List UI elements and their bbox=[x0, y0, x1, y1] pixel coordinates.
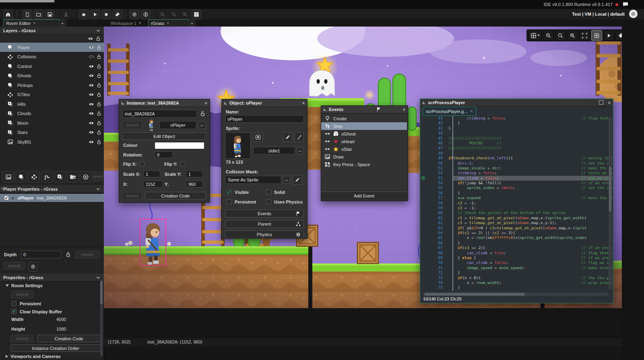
colour-swatch[interactable] bbox=[155, 142, 204, 149]
open-project-button[interactable] bbox=[34, 10, 43, 19]
layer-row-moon[interactable]: Moon bbox=[0, 118, 104, 128]
add-tab-button[interactable] bbox=[59, 20, 66, 27]
layers-panel-header[interactable]: Layers - rGrass bbox=[0, 27, 104, 35]
object-picker-button[interactable]: -- bbox=[198, 121, 206, 129]
canvas-zoom-in-button[interactable] bbox=[567, 30, 578, 41]
layer-row-gtiles[interactable]: GTiles bbox=[0, 90, 104, 99]
collision-mask-more-button[interactable]: -- bbox=[283, 176, 290, 184]
width-value[interactable]: 4000 bbox=[56, 317, 66, 322]
event-row-key-press-space[interactable]: Key Press - Space bbox=[321, 160, 407, 168]
code-line-66[interactable]: 66 } bbox=[420, 241, 612, 245]
canvas-tag-button[interactable] bbox=[615, 30, 622, 41]
layer-row-pickups[interactable]: Pickups bbox=[0, 80, 104, 90]
close-icon[interactable] bbox=[403, 107, 405, 112]
instance-window-titlebar[interactable]: Instance: inst_38A2682A bbox=[119, 99, 210, 107]
code-line-50[interactable]: 50 dir=-1;// set the corre bbox=[420, 161, 612, 166]
y-input[interactable]: 960 bbox=[186, 181, 203, 187]
save-project-button[interactable] bbox=[45, 10, 55, 19]
layer-visibility-icon[interactable] bbox=[89, 64, 94, 69]
room-inherit-button[interactable]: Inherit bbox=[10, 290, 34, 298]
flip-x-checkbox[interactable] bbox=[139, 161, 144, 167]
code-line-43[interactable]: 43} bbox=[420, 126, 612, 131]
add-effect-layer-button[interactable] bbox=[67, 171, 78, 183]
add-asset-layer-button[interactable] bbox=[54, 171, 66, 183]
room-settings-section[interactable]: Room Settings bbox=[6, 283, 43, 288]
export-button[interactable] bbox=[61, 10, 71, 19]
instance-creation-code-button[interactable]: Creation Code bbox=[145, 192, 206, 200]
clear-display-buffer-checkbox[interactable] bbox=[11, 309, 17, 314]
layer-visibility-icon[interactable] bbox=[89, 130, 94, 135]
layer-row-stars[interactable]: Stars bbox=[0, 128, 104, 137]
size-inherit-button[interactable]: Inherit bbox=[10, 335, 34, 342]
code-line-67[interactable]: 67 if(c3 == 2){// if we are int bbox=[420, 245, 612, 250]
layer-visibility-icon[interactable] bbox=[89, 82, 94, 88]
solid-checkbox[interactable] bbox=[266, 189, 271, 195]
physics-button[interactable]: Physics bbox=[225, 230, 304, 239]
code-line-65[interactable]: 65 x = real(x&$ffffffc0)+(sprite_get_wid… bbox=[420, 235, 612, 240]
code-line-72[interactable]: 72 } bbox=[420, 270, 612, 275]
events-button[interactable]: Events bbox=[225, 210, 304, 218]
close-icon[interactable] bbox=[470, 109, 473, 113]
add-background-layer-button[interactable] bbox=[2, 171, 14, 183]
code-line-56[interactable]: 56 } bbox=[420, 191, 612, 195]
code-line-75[interactable]: 75 } bbox=[420, 285, 612, 290]
lock-all-icon[interactable] bbox=[95, 36, 101, 41]
sprite-more-button[interactable]: -- bbox=[297, 147, 304, 154]
sprite-thumbnail[interactable] bbox=[225, 132, 251, 159]
run-button[interactable] bbox=[90, 10, 100, 19]
code-line-59[interactable]: 59 c3 = -1; bbox=[420, 206, 612, 210]
viewports-section[interactable]: Viewports and Cameras bbox=[6, 354, 61, 359]
add-event-button[interactable]: Add Event bbox=[322, 191, 407, 200]
code-line-71[interactable]: 71 image_speed = anim_speed;// make sure… bbox=[420, 265, 612, 270]
layer-row-clouds[interactable]: Clouds bbox=[0, 109, 104, 118]
layout-button[interactable] bbox=[192, 10, 201, 19]
info-button[interactable] bbox=[141, 10, 151, 19]
collision-mask-edit-button[interactable] bbox=[293, 175, 302, 185]
debug-button[interactable] bbox=[79, 10, 89, 19]
layer-row-collisions[interactable]: Collisions bbox=[0, 52, 104, 62]
name-lock-icon[interactable] bbox=[200, 111, 206, 117]
depth-inherit-button[interactable]: Inherit bbox=[75, 251, 100, 259]
layer-lock-icon[interactable] bbox=[96, 139, 102, 145]
visibility-all-eye-icon[interactable] bbox=[88, 36, 93, 41]
canvas-fit-button[interactable] bbox=[579, 30, 590, 41]
layer-lock-icon[interactable] bbox=[96, 111, 102, 116]
code-line-47[interactable]: 47/////////////////////// bbox=[420, 146, 612, 150]
code-line-74[interactable]: 74 x = room_width;// wrap around t bbox=[420, 280, 612, 285]
visible-checkbox[interactable] bbox=[227, 189, 232, 195]
code-line-45[interactable]: 45/////////////////////// bbox=[420, 136, 612, 141]
instance-creation-order-button[interactable]: Instance Creation Order bbox=[10, 344, 101, 352]
code-window-titlebar[interactable]: scrProcessPlayer bbox=[420, 99, 613, 107]
layer-lock-icon[interactable] bbox=[96, 120, 102, 126]
close-icon[interactable] bbox=[33, 21, 35, 25]
event-row-ostar[interactable]: oStar bbox=[321, 145, 407, 153]
layer-row-skybg[interactable]: SkyBG bbox=[0, 137, 104, 146]
instance-name-input[interactable]: inst_38A2682A bbox=[122, 110, 197, 118]
instance-checkbox[interactable] bbox=[4, 195, 9, 200]
code-line-49[interactable]: 49if(keyboard_check(vk_left)){// moving … bbox=[420, 156, 612, 160]
inherit-button[interactable]: Inherit bbox=[3, 262, 25, 270]
code-editor[interactable]: 41 climbing = false;// flag that we c42 … bbox=[420, 116, 612, 291]
layer-lock-icon[interactable] bbox=[96, 54, 102, 60]
code-line-46[interactable]: 46// MOVING // bbox=[420, 141, 612, 146]
event-row-step[interactable]: Step bbox=[321, 122, 407, 130]
layer-row-ghosts[interactable]: Ghosts bbox=[0, 71, 104, 80]
layer-visibility-icon[interactable] bbox=[89, 54, 94, 60]
code-horizontal-scrollbar[interactable] bbox=[423, 292, 609, 296]
layer-visibility-icon[interactable] bbox=[89, 120, 94, 126]
layer-row-player[interactable]: Player bbox=[0, 43, 104, 52]
object-window-titlebar[interactable]: Object: oPlayer bbox=[222, 99, 307, 107]
code-line-42[interactable]: 42 } bbox=[420, 121, 612, 125]
clean-button[interactable] bbox=[113, 10, 122, 19]
flip-y-checkbox[interactable] bbox=[180, 161, 186, 167]
event-row-oghost[interactable]: oGhost bbox=[321, 130, 407, 138]
object-combo[interactable]: oPlayer bbox=[159, 121, 196, 129]
close-icon[interactable] bbox=[608, 101, 611, 105]
chat-icon[interactable] bbox=[622, 1, 629, 8]
canvas-zoom-reset-button[interactable] bbox=[555, 30, 566, 41]
close-icon[interactable] bbox=[167, 21, 169, 25]
code-line-55[interactable]: 55 sprite_index = sWalk;// set the sprit bbox=[420, 185, 612, 190]
layer-lock-icon[interactable] bbox=[96, 130, 102, 135]
code-line-70[interactable]: 70 can_climb = false;// flag we cant bbox=[420, 260, 612, 265]
layer-inherit-button[interactable]: Inherit bbox=[93, 171, 103, 181]
